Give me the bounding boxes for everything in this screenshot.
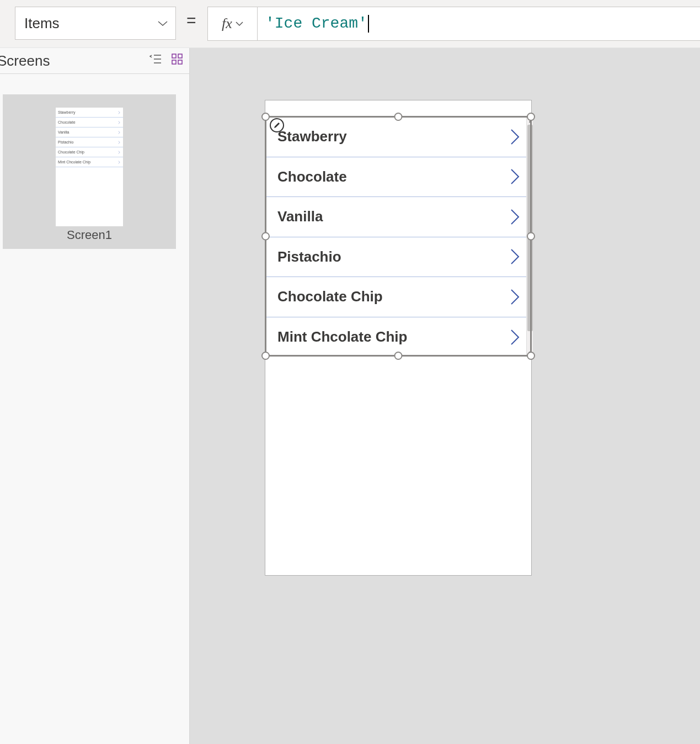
thumb-row: Mint Chcolate Chip — [56, 157, 123, 167]
thumb-row: Stawberry — [56, 108, 123, 118]
svg-rect-3 — [172, 54, 176, 58]
svg-rect-4 — [178, 54, 182, 58]
thumb-item-label: Mint Chcolate Chip — [58, 160, 90, 164]
thumb-item-label: Chocolate — [58, 120, 76, 124]
thumbnail-label: Screen1 — [67, 228, 112, 242]
thumb-item-label: Stawberry — [58, 110, 76, 114]
screens-pane: Screens Stawberry Chocolate Va — [0, 48, 190, 744]
scrollbar-thumb[interactable] — [527, 125, 533, 331]
thumbnail-view-icon[interactable] — [172, 54, 183, 65]
screens-pane-header: Screens — [0, 48, 189, 74]
chevron-right-icon[interactable] — [510, 289, 520, 305]
gallery-item-title: Chocolate — [277, 168, 347, 185]
gallery-item[interactable]: Vanilla — [265, 197, 532, 237]
svg-rect-6 — [178, 60, 182, 64]
thumbnail-preview: Stawberry Chocolate Vanilla Pistachio Ch… — [56, 108, 123, 226]
chevron-right-icon — [117, 151, 121, 154]
chevron-down-icon — [158, 20, 168, 26]
tree-view-icon[interactable] — [149, 54, 162, 65]
property-name: Items — [24, 15, 60, 32]
scroll-down-icon[interactable]: ▾ — [527, 349, 533, 355]
gallery-control[interactable]: Stawberry Chocolate Vanilla Pistachio Ch… — [265, 117, 532, 355]
fx-button[interactable]: fx — [208, 7, 258, 40]
chevron-right-icon — [117, 141, 121, 144]
thumb-item-label: Chocolate Chip — [58, 150, 84, 154]
phone-frame: Stawberry Chocolate Vanilla Pistachio Ch… — [265, 100, 532, 576]
design-canvas[interactable]: Stawberry Chocolate Vanilla Pistachio Ch… — [190, 48, 700, 744]
gallery-item[interactable]: Stawberry — [265, 117, 532, 157]
edit-template-button[interactable] — [270, 118, 284, 132]
chevron-right-icon[interactable] — [510, 129, 520, 145]
chevron-right-icon — [117, 121, 121, 124]
chevron-right-icon[interactable] — [510, 248, 520, 265]
chevron-right-icon[interactable] — [510, 329, 520, 346]
formula-input[interactable]: 'Ice Cream' — [258, 15, 700, 33]
formula-box: fx 'Ice Cream' — [207, 7, 700, 41]
gallery-item-title: Chocolate Chip — [277, 288, 383, 305]
thumb-row: Chocolate Chip — [56, 147, 123, 157]
gallery-item-title: Vanilla — [277, 208, 323, 225]
fx-label: fx — [222, 15, 232, 32]
gallery-item-title: Mint Chcolate Chip — [277, 328, 407, 346]
chevron-right-icon — [117, 131, 121, 134]
gallery-item[interactable]: Pistachio — [265, 237, 532, 278]
gallery-item[interactable]: Mint Chcolate Chip — [265, 317, 532, 358]
screen-thumbnail[interactable]: Stawberry Chocolate Vanilla Pistachio Ch… — [3, 94, 176, 249]
chevron-right-icon — [117, 111, 121, 114]
chevron-right-icon[interactable] — [510, 168, 520, 185]
thumb-row: Chocolate — [56, 118, 123, 127]
formula-text: 'Ice Cream' — [265, 15, 367, 32]
gallery-item-title: Stawberry — [277, 128, 347, 145]
gallery-scrollbar[interactable]: ▴ ▾ — [526, 117, 533, 355]
property-dropdown[interactable]: Items — [15, 7, 176, 40]
formula-bar: Items = fx 'Ice Cream' — [0, 0, 700, 48]
gallery-item[interactable]: Chocolate Chip — [265, 277, 532, 317]
thumb-item-label: Pistachio — [58, 140, 73, 144]
equals-label: = — [186, 11, 196, 30]
chevron-right-icon[interactable] — [510, 209, 520, 225]
thumb-row: Pistachio — [56, 137, 123, 147]
thumb-row: Vanilla — [56, 127, 123, 137]
svg-rect-5 — [172, 60, 176, 64]
screens-pane-title: Screens — [0, 52, 50, 70]
gallery-item[interactable]: Chocolate — [265, 157, 532, 198]
text-caret — [368, 15, 369, 33]
scroll-up-icon[interactable]: ▴ — [527, 117, 533, 124]
chevron-right-icon — [117, 161, 121, 164]
thumb-item-label: Vanilla — [58, 130, 70, 134]
chevron-down-icon — [236, 21, 243, 26]
gallery-item-title: Pistachio — [277, 248, 341, 265]
